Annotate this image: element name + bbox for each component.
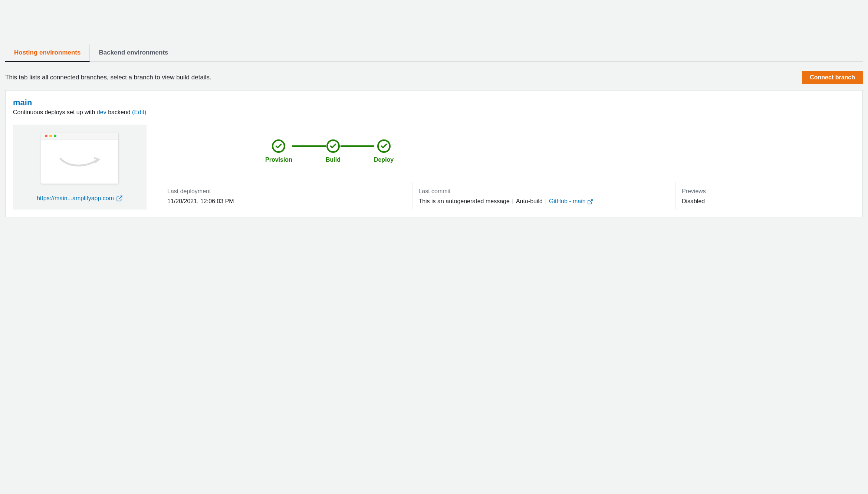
pipeline-step-deploy[interactable]: Deploy <box>374 139 394 163</box>
amazon-smile-icon <box>57 154 102 169</box>
preview-card: https://main...amplifyapp.com <box>13 125 147 210</box>
external-link-icon[interactable] <box>116 195 123 202</box>
svg-line-0 <box>119 196 122 199</box>
preview-thumbnail[interactable] <box>41 132 119 184</box>
svg-line-1 <box>590 200 592 202</box>
preview-url-link[interactable]: https://main...amplifyapp.com <box>37 195 114 202</box>
branch-panel: main Continuous deploys set up with dev … <box>5 90 863 217</box>
external-link-icon[interactable] <box>587 199 593 205</box>
check-icon <box>329 142 337 150</box>
window-dot-yellow-icon <box>49 135 52 137</box>
window-dot-red-icon <box>45 135 47 137</box>
details-row: Last deployment 11/20/2021, 12:06:03 PM … <box>161 182 855 210</box>
branch-name-link[interactable]: main <box>13 98 32 108</box>
commit-source-link[interactable]: GitHub - main <box>549 198 586 204</box>
tab-hosting-environments[interactable]: Hosting environments <box>5 45 90 62</box>
pipeline-connector <box>292 145 326 147</box>
check-icon <box>275 142 282 150</box>
detail-previews: Previews Disabled <box>676 182 855 210</box>
tabs-bar: Hosting environments Backend environment… <box>5 45 863 62</box>
tab-backend-environments[interactable]: Backend environments <box>90 45 177 62</box>
edit-backend-link[interactable]: (Edit) <box>132 109 146 115</box>
check-icon <box>380 142 388 150</box>
detail-last-commit: Last commit This is an autogenerated mes… <box>412 182 676 210</box>
branch-subtext: Continuous deploys set up with dev backe… <box>13 109 855 116</box>
detail-last-deployment: Last deployment 11/20/2021, 12:06:03 PM <box>161 182 412 210</box>
window-dot-green-icon <box>54 135 56 137</box>
pipeline-step-build[interactable]: Build <box>326 139 341 163</box>
pipeline: Provision Build <box>161 125 855 182</box>
pipeline-connector <box>341 145 374 147</box>
tab-description: This tab lists all connected branches, s… <box>5 74 211 81</box>
backend-name-link[interactable]: dev <box>97 109 106 115</box>
pipeline-step-provision[interactable]: Provision <box>265 139 292 163</box>
connect-branch-button[interactable]: Connect branch <box>802 71 863 84</box>
